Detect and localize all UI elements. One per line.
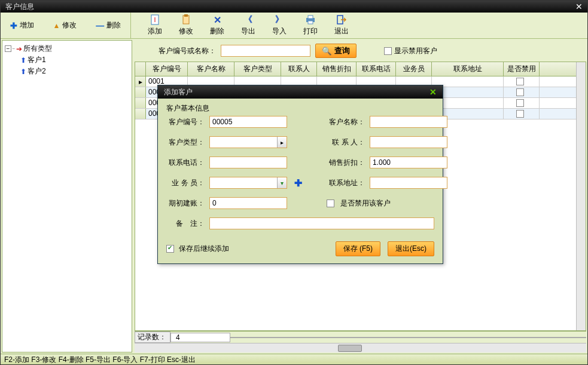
add-salesman-button[interactable]: ✚ [294, 177, 322, 189]
edit-up-icon: ▲ [53, 22, 60, 30]
arrow-up-icon: ⬆ [20, 56, 26, 65]
contact-input[interactable] [370, 136, 447, 148]
export-icon: 《 [243, 14, 254, 25]
initbal-label: 期初建账： [166, 198, 205, 208]
dialog-close-icon[interactable]: ✕ [429, 87, 437, 97]
cust-no-input[interactable] [209, 116, 287, 128]
toolbar-export[interactable]: 《导出 [241, 14, 255, 36]
col-salesman[interactable]: 业务员 [396, 62, 432, 76]
salesman-input[interactable] [209, 177, 287, 189]
col-discount[interactable]: 销售折扣 [317, 62, 357, 76]
checkbox-icon [384, 47, 392, 55]
tree-root-label: 所有类型 [23, 44, 52, 54]
lookup-icon[interactable]: ▸ [277, 137, 287, 148]
tree-delete-label: 删除 [106, 20, 121, 30]
plus-icon: ✚ [10, 21, 17, 30]
import-icon: 》 [274, 14, 285, 25]
tree-child-1[interactable]: ⬆ 客户2 [5, 66, 129, 77]
show-disabled-check[interactable]: 显示禁用客户 [384, 46, 437, 56]
x-icon: ✕ [212, 14, 223, 25]
horizontal-scrollbar[interactable] [135, 343, 586, 352]
arrow-up-icon: ⬆ [20, 68, 26, 76]
record-count-label: 记录数： [135, 332, 170, 343]
continue-add-check[interactable]: 保存后继续添加 [166, 244, 328, 254]
printer-icon [305, 14, 316, 25]
tree-edit-label: 修改 [62, 20, 77, 30]
search-input[interactable] [221, 45, 310, 57]
toolbar-exit[interactable]: 退出 [334, 14, 349, 36]
svg-rect-5 [308, 16, 313, 19]
checkbox-checked-icon [166, 245, 174, 253]
address-label: 联系地址： [327, 178, 365, 188]
window-title: 客户信息 [5, 1, 34, 13]
clipboard-icon [181, 14, 191, 25]
tree-child-label: 客户1 [28, 55, 46, 65]
toolbar-delete[interactable]: ✕删除 [210, 14, 224, 36]
phone-label: 联系电话： [166, 158, 205, 168]
col-disabled[interactable]: 是否禁用 [504, 62, 540, 76]
arrow-right-icon: ➔ [16, 45, 22, 53]
tree-add-button[interactable]: ✚ 增加 [10, 20, 34, 30]
tree-panel: − ➔ 所有类型 ⬆ 客户1 ⬆ 客户2 [2, 40, 132, 352]
statusbar: F2-添加 F3-修改 F4-删除 F5-导出 F6-导入 F7-打印 Esc-… [1, 354, 587, 364]
toolbar-print[interactable]: 打印 [303, 14, 318, 36]
checkbox-icon[interactable] [516, 78, 524, 85]
toolbar-add[interactable]: 添加 [148, 14, 162, 36]
record-bar: 记录数： 4 [135, 331, 586, 343]
contact-label: 联 系 人： [327, 137, 365, 148]
close-icon[interactable]: ✕ [575, 1, 583, 13]
toolbar-row: ✚ 增加 ▲ 修改 — 删除 添加 修改 ✕删除 《导出 》导入 打印 退出 [1, 13, 587, 39]
dialog-form: 客户编号： 客户名称： 客户类型： ▸ 联 系 人： 联系电话： 销售折扣： 业… [166, 116, 434, 209]
collapse-icon[interactable]: − [5, 45, 11, 52]
toolbar-import[interactable]: 》导入 [272, 14, 287, 36]
checkbox-icon [327, 200, 334, 207]
minus-icon: — [96, 21, 104, 30]
col-cust-name[interactable]: 客户名称 [188, 62, 234, 76]
add-customer-dialog: 添加客户 ✕ 客户基本信息 客户编号： 客户名称： 客户类型： ▸ 联 系 人：… [157, 85, 443, 264]
grid-header: 客户编号 客户名称 客户类型 联系人 销售折扣 联系电话 业务员 联系地址 是否… [135, 62, 576, 76]
tree-child-label: 客户2 [28, 66, 46, 76]
toolbar-edit[interactable]: 修改 [179, 14, 193, 36]
disable-customer-check[interactable]: 是否禁用该客户 [327, 198, 447, 208]
checkbox-icon[interactable] [516, 99, 524, 107]
salesman-label: 业 务 员： [166, 178, 205, 188]
tree-delete-button[interactable]: — 删除 [96, 20, 121, 30]
col-cust-no[interactable]: 客户编号 [146, 62, 188, 76]
row-indicator-header [135, 62, 146, 76]
record-count-value: 4 [170, 333, 230, 342]
main-toolbar: 添加 修改 ✕删除 《导出 》导入 打印 退出 [131, 14, 587, 36]
titlebar[interactable]: 客户信息 ✕ [1, 1, 587, 13]
magnifier-icon: 🔍 [322, 47, 332, 56]
cust-type-label: 客户类型： [166, 137, 205, 148]
vertical-scrollbar[interactable] [576, 62, 586, 330]
col-phone[interactable]: 联系电话 [357, 62, 396, 76]
col-address[interactable]: 联系地址 [432, 62, 504, 76]
discount-input[interactable] [370, 157, 447, 168]
initbal-input[interactable] [209, 197, 287, 209]
cust-type-input[interactable] [209, 136, 287, 148]
dialog-title: 添加客户 [164, 87, 193, 97]
file-add-icon [150, 14, 160, 25]
svg-rect-6 [308, 21, 313, 24]
dialog-section-label: 客户基本信息 [166, 103, 434, 114]
phone-input[interactable] [209, 157, 287, 168]
tree-child-0[interactable]: ⬆ 客户1 [5, 54, 129, 66]
tree-toolbar: ✚ 增加 ▲ 修改 — 删除 [1, 13, 131, 38]
remark-label: 备 注： [166, 219, 205, 229]
address-input[interactable] [370, 177, 447, 189]
svg-rect-3 [184, 14, 188, 17]
save-button[interactable]: 保存 (F5) [336, 241, 380, 256]
discount-label: 销售折扣： [327, 158, 365, 168]
tree-edit-button[interactable]: ▲ 修改 [53, 20, 77, 30]
dialog-titlebar[interactable]: 添加客户 ✕ [158, 85, 443, 99]
remark-input[interactable] [209, 217, 434, 229]
search-button[interactable]: 🔍 查询 [315, 44, 357, 58]
exit-button[interactable]: 退出(Esc) [388, 241, 434, 256]
checkbox-icon[interactable] [516, 88, 524, 96]
tree-root[interactable]: − ➔ 所有类型 [5, 43, 129, 54]
col-contact[interactable]: 联系人 [281, 62, 317, 76]
checkbox-icon[interactable] [516, 110, 524, 118]
cust-name-input[interactable] [370, 116, 447, 128]
chevron-down-icon[interactable]: ▾ [277, 177, 287, 188]
col-cust-type[interactable]: 客户类型 [234, 62, 281, 76]
